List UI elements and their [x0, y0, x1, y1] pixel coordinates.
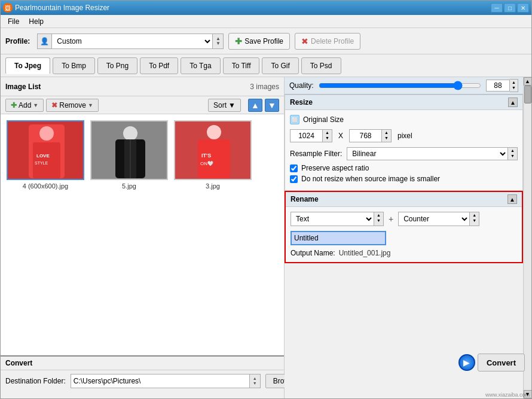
tab-bmp[interactable]: To Bmp — [53, 57, 95, 74]
rename-type-select[interactable]: Text Date Number — [291, 212, 374, 226]
image-thumb-1 — [90, 120, 168, 180]
rename-type-spinner[interactable]: ▲ ▼ — [374, 212, 384, 226]
image-preview-0: LOVE STYLE — [8, 121, 83, 179]
nav-down-button[interactable]: ▼ — [265, 99, 279, 112]
rename-type-row: Text Date Number ▲ ▼ + — [291, 212, 517, 226]
image-list-toolbar: ✚ Add ▼ ✖ Remove ▼ Sort ▼ ▲ ▼ — [1, 96, 284, 114]
tab-tga[interactable]: To Tga — [181, 57, 220, 74]
list-item[interactable]: LOVE STYLE 4 (600x600).jpg — [7, 120, 84, 190]
right-scrollbar: ▲ ▼ — [523, 77, 531, 398]
height-input[interactable] — [349, 129, 382, 142]
resize-title: Resize — [290, 98, 313, 106]
right-panel: Quality: ▲ ▼ Resize ▲ — [285, 77, 523, 398]
app-icon: 🖼 — [3, 3, 13, 13]
nav-up-button[interactable]: ▲ — [248, 99, 262, 112]
image-thumb-0: LOVE STYLE — [7, 120, 84, 180]
counter-spinner[interactable]: ▲ ▼ — [470, 212, 479, 226]
height-spinner[interactable]: ▲ ▼ — [382, 129, 392, 142]
tab-gif[interactable]: To Gif — [262, 57, 298, 74]
plus-separator: + — [389, 214, 393, 224]
rename-text-input[interactable] — [291, 231, 386, 245]
width-spinner[interactable]: ▲ ▼ — [323, 129, 332, 142]
original-size-row: ⬜ Original Size — [290, 115, 518, 124]
image-label-2: 3.jpg — [206, 182, 220, 190]
resample-select[interactable]: Bilinear Bicubic Nearest — [347, 147, 508, 160]
svg-rect-13 — [198, 139, 230, 178]
quality-input[interactable] — [486, 80, 510, 92]
profile-select[interactable]: Custom — [51, 33, 213, 49]
minimize-button[interactable]: ─ — [491, 3, 503, 13]
original-size-icon: ⬜ — [290, 115, 299, 124]
image-count: 3 images — [250, 83, 279, 91]
toolbar: Profile: 👤 Custom ▲ ▼ ✚ Save Profile ✖ D… — [1, 28, 531, 54]
width-input[interactable] — [290, 129, 323, 142]
maximize-button[interactable]: □ — [504, 3, 516, 13]
rename-section: Rename ▲ Text Date Number — [285, 191, 523, 263]
destination-label: Destination Folder: — [5, 377, 66, 385]
right-panel-wrap: Quality: ▲ ▼ Resize ▲ — [285, 77, 531, 398]
counter-type-select[interactable]: Counter Date — [398, 212, 470, 226]
image-list-title: Image List — [5, 83, 41, 91]
quality-slider[interactable] — [319, 82, 481, 89]
add-icon: ✚ — [11, 101, 17, 109]
scroll-thumb[interactable] — [524, 86, 531, 103]
menu-bar: File Help — [1, 15, 531, 28]
remove-button[interactable]: ✖ Remove ▼ — [46, 99, 99, 112]
save-icon: ✚ — [235, 36, 242, 46]
svg-text:LOVE: LOVE — [36, 153, 50, 159]
tab-pdf[interactable]: To Pdf — [140, 57, 178, 74]
tab-psd[interactable]: To Psd — [301, 57, 341, 74]
profile-label: Profile: — [5, 37, 30, 45]
quality-spinner[interactable]: ▲ ▼ — [510, 79, 518, 92]
remove-icon: ✖ — [51, 101, 57, 109]
convert-button[interactable]: Convert — [478, 354, 525, 371]
width-input-wrap: ▲ ▼ — [290, 129, 332, 142]
resize-content: ⬜ Original Size ▲ ▼ X — [285, 110, 522, 190]
svg-point-12 — [207, 125, 221, 139]
output-name-value: Untitled_001.jpg — [339, 249, 391, 257]
profile-icon: 👤 — [37, 33, 51, 49]
delete-profile-button[interactable]: ✖ Delete Profile — [295, 33, 360, 50]
dimensions-row: ▲ ▼ X ▲ ▼ — [290, 129, 518, 142]
height-input-wrap: ▲ ▼ — [349, 129, 392, 142]
image-preview-2: IT'S ON🤍 — [175, 121, 250, 179]
sort-button[interactable]: Sort ▼ — [208, 99, 241, 112]
close-button[interactable]: ✕ — [517, 3, 529, 13]
svg-point-7 — [123, 126, 137, 141]
scroll-track[interactable] — [524, 86, 531, 390]
svg-rect-3 — [33, 142, 60, 178]
destination-input[interactable] — [71, 374, 250, 388]
menu-help[interactable]: Help — [24, 16, 48, 27]
destination-input-wrap: ▲ ▼ — [71, 374, 261, 388]
tab-jpeg[interactable]: To Jpeg — [5, 57, 50, 74]
menu-file[interactable]: File — [3, 16, 24, 27]
resample-spinner[interactable]: ▲ ▼ — [508, 147, 518, 160]
list-item[interactable]: IT'S ON🤍 3.jpg — [174, 120, 252, 190]
dimension-x-label: X — [338, 132, 343, 140]
scroll-up-button[interactable]: ▲ — [524, 77, 532, 86]
left-panel: Image List 3 images ✚ Add ▼ ✖ Remove ▼ S… — [1, 77, 285, 398]
pixel-unit-label: pixel — [398, 132, 412, 140]
rename-header: Rename ▲ — [286, 192, 522, 207]
convert-play-icon: ▶ — [458, 354, 475, 371]
svg-text:STYLE: STYLE — [35, 161, 48, 165]
tab-tiff[interactable]: To Tiff — [223, 57, 260, 74]
window-controls: ─ □ ✕ — [491, 3, 529, 13]
no-resize-checkbox[interactable] — [290, 175, 298, 183]
title-bar: 🖼 Pearlmountain Image Resizer ─ □ ✕ — [1, 1, 531, 15]
window-title: Pearlmountain Image Resizer — [15, 4, 109, 12]
save-profile-button[interactable]: ✚ Save Profile — [228, 33, 290, 50]
profile-spinner[interactable]: ▲ ▼ — [213, 33, 224, 49]
no-resize-smaller-row: Do not resize when source image is small… — [290, 175, 518, 183]
quality-bar: Quality: ▲ ▼ — [285, 77, 523, 95]
convert-button-wrap: ▶ Convert — [458, 354, 525, 371]
preserve-aspect-checkbox[interactable] — [290, 165, 298, 172]
preserve-aspect-row: Preserve aspect ratio — [290, 164, 518, 172]
rename-scroll-btn[interactable]: ▲ — [507, 194, 517, 204]
image-label-0: 4 (600x600).jpg — [23, 182, 68, 190]
list-item[interactable]: 5.jpg — [90, 120, 168, 190]
resize-scroll-btn[interactable]: ▲ — [508, 98, 518, 107]
tab-png[interactable]: To Png — [97, 57, 137, 74]
destination-spinner[interactable]: ▲ ▼ — [250, 374, 261, 388]
add-button[interactable]: ✚ Add ▼ — [5, 99, 44, 112]
